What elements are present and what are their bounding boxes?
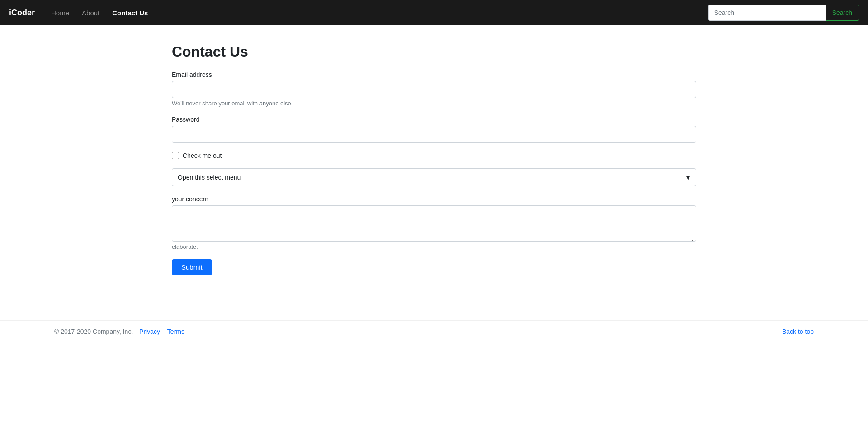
navbar-search: Search [708, 5, 859, 21]
main-content: Contact Us Email address We'll never sha… [118, 25, 750, 302]
terms-link[interactable]: Terms [167, 328, 184, 335]
page-title: Contact Us [172, 43, 696, 60]
submit-button[interactable]: Submit [172, 259, 212, 275]
textarea-label: your concern [172, 195, 696, 203]
navbar-brand[interactable]: iCoder [9, 8, 35, 18]
nav-item-home[interactable]: Home [46, 5, 75, 20]
navbar: iCoder Home About Contact Us Search [0, 0, 868, 25]
password-form-group: Password [172, 116, 696, 143]
search-input[interactable] [708, 5, 826, 21]
search-button[interactable]: Search [826, 5, 859, 21]
textarea-form-group: your concern elaborate. [172, 195, 696, 250]
footer-separator: · [163, 328, 165, 335]
password-label: Password [172, 116, 696, 123]
password-field[interactable] [172, 126, 696, 143]
checkbox-label: Check me out [183, 152, 222, 159]
concern-textarea[interactable] [172, 205, 696, 242]
navbar-nav: Home About Contact Us [46, 5, 708, 20]
privacy-link[interactable]: Privacy [139, 328, 160, 335]
email-label: Email address [172, 71, 696, 78]
nav-link-contact-us[interactable]: Contact Us [107, 5, 153, 20]
email-form-group: Email address We'll never share your ema… [172, 71, 696, 107]
nav-item-about[interactable]: About [76, 5, 105, 20]
email-help-text: We'll never share your email with anyone… [172, 100, 696, 107]
nav-link-about[interactable]: About [76, 5, 105, 20]
nav-link-home[interactable]: Home [46, 5, 75, 20]
footer-left: © 2017-2020 Company, Inc. · Privacy · Te… [54, 328, 184, 335]
select-wrapper: Open this select menu [172, 168, 696, 186]
footer: © 2017-2020 Company, Inc. · Privacy · Te… [0, 320, 868, 342]
select-menu[interactable]: Open this select menu [172, 168, 696, 186]
email-field[interactable] [172, 81, 696, 98]
textarea-help-text: elaborate. [172, 243, 696, 250]
nav-item-contact-us[interactable]: Contact Us [107, 5, 153, 20]
check-me-out-checkbox[interactable] [172, 152, 179, 159]
checkbox-group: Check me out [172, 152, 696, 159]
footer-copyright: © 2017-2020 Company, Inc. · [54, 328, 137, 335]
back-to-top-link[interactable]: Back to top [782, 328, 814, 335]
